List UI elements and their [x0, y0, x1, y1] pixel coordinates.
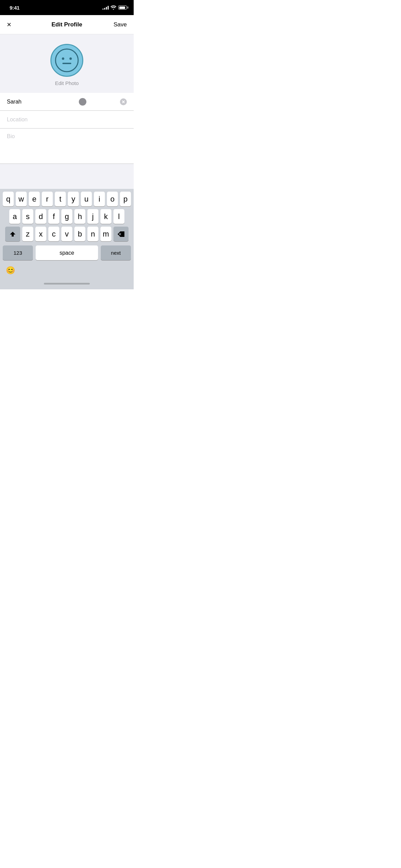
key-o[interactable]: o: [107, 192, 118, 206]
signal-icon: [102, 5, 109, 10]
key-t[interactable]: t: [55, 192, 66, 206]
key-b[interactable]: b: [74, 227, 85, 241]
keyboard-row-2: a s d f g h j k l: [1, 209, 132, 224]
svg-point-0: [56, 49, 78, 72]
bio-field[interactable]: [0, 129, 134, 164]
close-button[interactable]: ×: [7, 17, 22, 32]
svg-point-2: [70, 58, 72, 60]
avatar-image: [55, 48, 79, 72]
key-l[interactable]: l: [113, 209, 124, 224]
clear-name-button[interactable]: [120, 98, 127, 105]
location-field[interactable]: [0, 111, 134, 129]
key-r[interactable]: r: [42, 192, 53, 206]
key-y[interactable]: y: [68, 192, 79, 206]
key-f[interactable]: f: [48, 209, 59, 224]
key-u[interactable]: u: [81, 192, 92, 206]
key-m[interactable]: m: [100, 227, 111, 241]
key-e[interactable]: e: [29, 192, 40, 206]
key-i[interactable]: i: [94, 192, 105, 206]
next-key[interactable]: next: [101, 245, 131, 260]
name-input[interactable]: [7, 99, 75, 105]
key-z[interactable]: z: [22, 227, 33, 241]
bio-input[interactable]: [7, 133, 127, 157]
key-x[interactable]: x: [35, 227, 46, 241]
home-indicator: [0, 278, 134, 289]
home-indicator-bar: [44, 283, 90, 285]
status-time: 9:41: [10, 5, 20, 11]
space-key[interactable]: space: [36, 245, 98, 260]
key-g[interactable]: g: [61, 209, 72, 224]
key-k[interactable]: k: [100, 209, 111, 224]
key-h[interactable]: h: [74, 209, 85, 224]
status-bar: 9:41: [0, 0, 134, 15]
key-a[interactable]: a: [9, 209, 20, 224]
avatar-circle: [50, 44, 83, 77]
battery-icon: [118, 5, 127, 10]
keyboard-rows: q w e r t y u i o p a s d f g h j k: [0, 189, 134, 243]
photo-section: Edit Photo: [0, 34, 134, 93]
svg-point-1: [62, 58, 64, 60]
svg-rect-3: [62, 63, 71, 64]
page-title: Edit Profile: [51, 21, 82, 28]
key-v[interactable]: v: [61, 227, 72, 241]
form-section: [0, 93, 134, 164]
keyboard: q w e r t y u i o p a s d f g h j k: [0, 189, 134, 289]
key-p[interactable]: p: [120, 192, 131, 206]
key-c[interactable]: c: [48, 227, 59, 241]
key-s[interactable]: s: [22, 209, 33, 224]
key-w[interactable]: w: [16, 192, 27, 206]
key-q[interactable]: q: [3, 192, 14, 206]
shift-key[interactable]: [5, 227, 20, 241]
field-dot-icon: [79, 98, 86, 106]
edit-photo-label[interactable]: Edit Photo: [55, 80, 78, 86]
key-n[interactable]: n: [87, 227, 98, 241]
status-icons: [102, 5, 127, 10]
emoji-key[interactable]: 😊: [3, 263, 18, 278]
key-j[interactable]: j: [87, 209, 98, 224]
key-d[interactable]: d: [35, 209, 46, 224]
backspace-key[interactable]: [113, 227, 129, 241]
numbers-key[interactable]: 123: [3, 245, 33, 260]
avatar[interactable]: [50, 44, 83, 77]
save-button[interactable]: Save: [112, 17, 127, 32]
wifi-icon: [111, 5, 116, 10]
nav-bar: × Edit Profile Save: [0, 15, 134, 34]
keyboard-row-3: z x c v b n m: [1, 227, 132, 241]
location-input[interactable]: [7, 117, 127, 123]
name-field[interactable]: [0, 93, 134, 111]
keyboard-bottom-row: 123 space next: [0, 243, 134, 262]
keyboard-row-1: q w e r t y u i o p: [1, 192, 132, 206]
